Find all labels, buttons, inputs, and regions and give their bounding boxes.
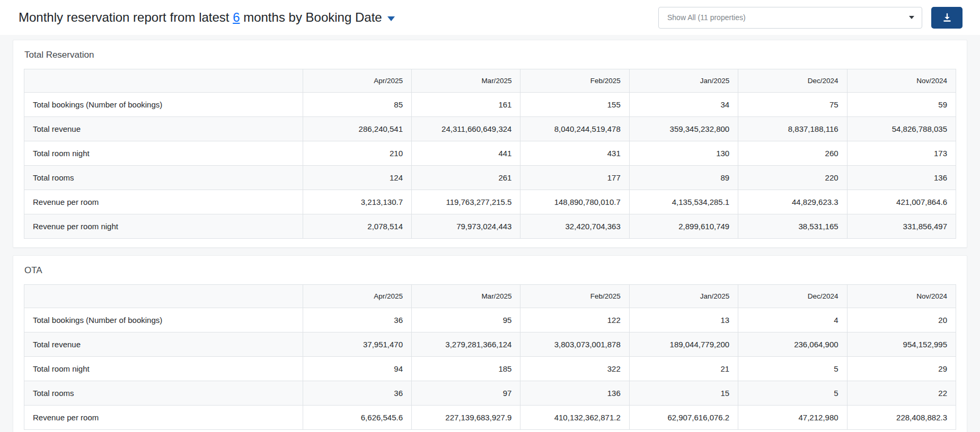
cell-value: 189,044,779,200 (629, 332, 738, 357)
column-header: Dec/2024 (738, 69, 847, 93)
cell-value: 15 (629, 381, 738, 406)
page-title-suffix: months by Booking Date (240, 10, 382, 25)
cell-value: 2,899,610,749 (629, 214, 738, 239)
cell-value: 227,139,683,927.9 (412, 406, 520, 430)
cell-value: 59 (847, 93, 956, 117)
section-total-reservation: Total Reservation Apr/2025Mar/2025Feb/20… (13, 40, 967, 248)
cell-value: 44,829,623.3 (738, 190, 847, 214)
cell-value: 331,856,497 (847, 214, 956, 239)
cell-value: 54,826,788,035 (847, 117, 956, 141)
cell-value: 3,279,281,366,124 (412, 332, 520, 357)
cell-value: 4,135,534,285.1 (629, 190, 738, 214)
column-header-empty (24, 285, 303, 308)
table-row: Revenue per room6,626,545.6227,139,683,9… (24, 406, 956, 430)
table-row: Total room night9418532221529 (24, 357, 956, 381)
cell-value: 228,408,882.3 (847, 406, 956, 430)
cell-value: 8,040,244,519,478 (520, 117, 629, 141)
cell-value: 210 (303, 141, 411, 166)
cell-value: 3,803,073,001,878 (520, 332, 629, 357)
cell-value: 130 (629, 141, 738, 166)
chevron-down-icon (909, 16, 914, 19)
page-title: Monthly reservation report from latest 6… (19, 10, 395, 25)
cell-value: 13 (629, 308, 738, 332)
ota-table: Apr/2025Mar/2025Feb/2025Jan/2025Dec/2024… (24, 284, 956, 430)
cell-value: 34 (629, 93, 738, 117)
cell-value: 261 (412, 166, 520, 190)
row-label: Total bookings (Number of bookings) (24, 308, 303, 332)
section-title: Total Reservation (24, 50, 956, 60)
header-row: Apr/2025Mar/2025Feb/2025Jan/2025Dec/2024… (24, 285, 956, 308)
cell-value: 954,152,995 (847, 332, 956, 357)
cell-value: 286,240,541 (303, 117, 411, 141)
column-header-empty (24, 69, 303, 93)
column-header: Feb/2025 (520, 285, 629, 308)
cell-value: 431 (520, 141, 629, 166)
cell-value: 260 (738, 141, 847, 166)
row-label: Total revenue (24, 117, 303, 141)
page-title-prefix: Monthly reservation report from latest (19, 10, 233, 25)
download-icon (942, 13, 952, 22)
cell-value: 8,837,188,116 (738, 117, 847, 141)
cell-value: 21 (629, 357, 738, 381)
cell-value: 136 (847, 166, 956, 190)
row-label: Total room night (24, 357, 303, 381)
cell-value: 148,890,780,010.7 (520, 190, 629, 214)
cell-value: 161 (412, 93, 520, 117)
table-row: Total rooms12426117789220136 (24, 166, 956, 190)
cell-value: 136 (520, 381, 629, 406)
cell-value: 173 (847, 141, 956, 166)
table-row: Total bookings (Number of bookings)85161… (24, 93, 956, 117)
months-count-link[interactable]: 6 (233, 10, 240, 25)
table-row: Total revenue286,240,54124,311,660,649,3… (24, 117, 956, 141)
column-header: Jan/2025 (629, 285, 738, 308)
column-header: Mar/2025 (412, 285, 520, 308)
cell-value: 177 (520, 166, 629, 190)
cell-value: 4 (738, 308, 847, 332)
topbar-controls: Show All (11 properties) (658, 7, 963, 29)
cell-value: 236,064,900 (738, 332, 847, 357)
cell-value: 36 (303, 381, 411, 406)
cell-value: 29 (847, 357, 956, 381)
cell-value: 75 (738, 93, 847, 117)
cell-value: 421,007,864.6 (847, 190, 956, 214)
row-label: Total rooms (24, 166, 303, 190)
cell-value: 119,763,277,215.5 (412, 190, 520, 214)
cell-value: 322 (520, 357, 629, 381)
cell-value: 359,345,232,800 (629, 117, 738, 141)
cell-value: 36 (303, 308, 411, 332)
section-title: OTA (24, 265, 956, 276)
cell-value: 85 (303, 93, 411, 117)
cell-value: 441 (412, 141, 520, 166)
cell-value: 89 (629, 166, 738, 190)
cell-value: 79,973,024,443 (412, 214, 520, 239)
cell-value: 47,212,980 (738, 406, 847, 430)
cell-value: 5 (738, 381, 847, 406)
table-row: Total rooms369713615522 (24, 381, 956, 406)
chevron-down-icon[interactable] (387, 16, 395, 21)
cell-value: 95 (412, 308, 520, 332)
column-header: Dec/2024 (738, 285, 847, 308)
cell-value: 22 (847, 381, 956, 406)
cell-value: 410,132,362,871.2 (520, 406, 629, 430)
row-label: Total rooms (24, 381, 303, 406)
table-row: Revenue per room3,213,130.7119,763,277,2… (24, 190, 956, 214)
cell-value: 155 (520, 93, 629, 117)
cell-value: 220 (738, 166, 847, 190)
cell-value: 94 (303, 357, 411, 381)
table-row: Total bookings (Number of bookings)36951… (24, 308, 956, 332)
table-row: Revenue per room night2,078,51479,973,02… (24, 214, 956, 239)
cell-value: 185 (412, 357, 520, 381)
row-label: Total room night (24, 141, 303, 166)
row-label: Revenue per room (24, 406, 303, 430)
property-filter-value: Show All (11 properties) (667, 13, 746, 22)
column-header: Apr/2025 (303, 69, 411, 93)
column-header: Feb/2025 (520, 69, 629, 93)
section-ota: OTA Apr/2025Mar/2025Feb/2025Jan/2025Dec/… (13, 255, 967, 432)
cell-value: 6,626,545.6 (303, 406, 411, 430)
table-row: Total room night210441431130260173 (24, 141, 956, 166)
cell-value: 32,420,704,363 (520, 214, 629, 239)
cell-value: 37,951,470 (303, 332, 411, 357)
header-row: Apr/2025Mar/2025Feb/2025Jan/2025Dec/2024… (24, 69, 956, 93)
property-filter-select[interactable]: Show All (11 properties) (658, 7, 922, 29)
download-button[interactable] (931, 7, 963, 29)
